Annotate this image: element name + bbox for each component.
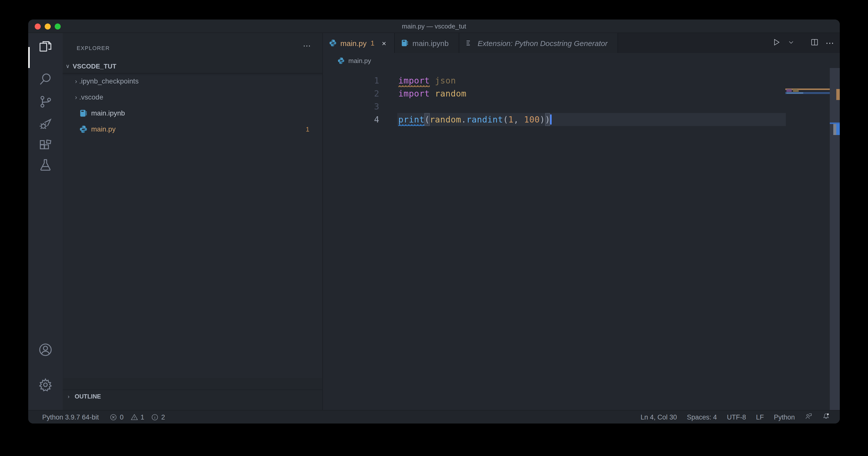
activity-item-run-debug[interactable] [28, 114, 63, 136]
list-icon [465, 39, 473, 47]
code-token: randint [466, 113, 503, 126]
python-interpreter-status[interactable]: Python 3.9.7 64-bit [42, 413, 99, 421]
code-token: import [398, 87, 430, 100]
title-bar[interactable]: main.py — vscode_tut [28, 20, 840, 33]
outline-section-header[interactable]: › OUTLINE [63, 390, 322, 402]
extensions-icon [38, 138, 53, 155]
code-token: json [435, 74, 456, 87]
code-content[interactable]: import jsonimport randomprint(random.ran… [397, 74, 786, 126]
split-editor-icon[interactable] [810, 38, 818, 48]
folder-section-label: VSCODE_TUT [73, 62, 116, 70]
run-button[interactable] [772, 38, 781, 48]
problems-status[interactable]: 0 1 2 [110, 413, 165, 421]
folder-section-header[interactable]: ∨ VSCODE_TUT [63, 60, 322, 72]
vscode-window: main.py — vscode_tut EXPLORER ⋯ ∨ VSCODE… [28, 20, 840, 424]
scrollbar-thumb[interactable] [833, 124, 836, 135]
code-token: 100 [524, 113, 540, 126]
breadcrumb-item: main.py [348, 57, 371, 64]
chevron-right-icon: › [63, 77, 79, 85]
active-view-indicator [28, 47, 29, 68]
overview-warning-mark [836, 89, 840, 100]
tree-item-label: .ipynb_checkpoints [79, 77, 138, 85]
minimap-code-dash [786, 89, 792, 90]
text-cursor [550, 114, 552, 124]
error-icon [110, 413, 117, 421]
activity-bar [28, 33, 63, 410]
modified-count-badge: 1 [306, 125, 309, 133]
activity-item-source-control[interactable] [28, 91, 63, 114]
close-icon[interactable]: × [379, 39, 389, 47]
chevron-right-icon: › [68, 393, 75, 399]
code-token: ) [545, 113, 550, 126]
error-count: 0 [120, 413, 124, 421]
minimap-code-dash [786, 92, 803, 93]
chevron-down-icon: ∨ [66, 63, 73, 69]
code-token: ( [503, 113, 508, 126]
warning-icon [131, 413, 138, 421]
scrollbar-overview-ruler[interactable] [830, 68, 840, 410]
code-token [430, 74, 435, 87]
code-token: , [514, 113, 519, 126]
status-utf-8[interactable]: UTF-8 [727, 413, 746, 421]
feedback-icon[interactable] [805, 412, 812, 422]
tree-item-main-py[interactable]: main.py1 [63, 121, 322, 137]
status-ln-4-col-30[interactable]: Ln 4, Col 30 [641, 413, 677, 421]
code-token: import [398, 74, 430, 87]
python-icon [337, 57, 345, 64]
code-line-2[interactable]: import random [397, 87, 786, 100]
beaker-icon [38, 157, 53, 174]
breadcrumb[interactable]: main.py [323, 53, 840, 68]
minimap-code-dash [793, 90, 799, 91]
activity-item-accounts[interactable] [28, 340, 63, 362]
tab-label: main.ipynb [412, 39, 449, 47]
activity-item-settings[interactable] [28, 374, 63, 397]
tab-bar: main.py1×main.ipynbExtension: Python Doc… [323, 33, 840, 53]
code-token [430, 87, 435, 100]
code-token: . [461, 113, 466, 126]
chevron-right-icon: › [63, 93, 79, 101]
explorer-sidebar: EXPLORER ⋯ ∨ VSCODE_TUT ›.ipynb_checkpoi… [63, 33, 323, 410]
search-icon [38, 72, 53, 88]
line-number-gutter: 1234 [323, 74, 379, 126]
status-bar: Python 3.9.7 64-bit 0 1 2 Ln 4, Col 30Sp… [28, 410, 840, 424]
minimap[interactable] [785, 68, 830, 410]
bell-icon[interactable] [822, 412, 830, 422]
tab-main-ipynb[interactable]: main.ipynb [395, 33, 459, 53]
run-dropdown chevron-down-icon[interactable] [787, 38, 794, 48]
code-editor[interactable]: 1234 import jsonimport randomprint(rando… [323, 68, 840, 410]
line-number: 3 [323, 100, 379, 113]
activity-item-explorer[interactable] [28, 36, 63, 58]
tree-item--vscode[interactable]: ›.vscode [63, 89, 322, 105]
code-line-4[interactable]: print(random.randint(1, 100)) [397, 113, 786, 126]
files-icon [38, 39, 53, 55]
minimap-code-dash [786, 90, 792, 91]
status-lf[interactable]: LF [756, 413, 764, 421]
code-token: ( [425, 113, 430, 126]
code-token [519, 113, 524, 126]
code-line-3[interactable] [397, 100, 786, 113]
tree-item-main-ipynb[interactable]: main.ipynb [63, 105, 322, 121]
tab-extension-python-docstring-generator[interactable]: Extension: Python Docstring Generator [459, 33, 618, 53]
tab-modified-badge: 1 [371, 39, 375, 47]
tree-item-label: .vscode [79, 93, 103, 101]
file-tree: ›.ipynb_checkpoints›.vscodemain.ipynbmai… [63, 73, 322, 378]
editor-group: main.py1×main.ipynbExtension: Python Doc… [323, 33, 840, 410]
warning-count: 1 [141, 413, 144, 421]
status-python[interactable]: Python [774, 413, 795, 421]
tree-item--ipynb-checkpoints[interactable]: ›.ipynb_checkpoints [63, 73, 322, 89]
gear-icon [38, 377, 53, 394]
code-token: print [398, 113, 425, 126]
tab-main-py[interactable]: main.py1× [323, 33, 395, 53]
more-actions-icon[interactable]: ⋯ [826, 38, 835, 48]
minimap-code-dash [793, 89, 797, 90]
activity-item-testing[interactable] [28, 154, 63, 176]
code-line-1[interactable]: import json [397, 74, 786, 87]
sidebar-title: EXPLORER [77, 45, 110, 51]
tab-label: main.py [340, 39, 367, 47]
activity-item-search[interactable] [28, 69, 63, 91]
activity-item-extensions[interactable] [28, 136, 63, 158]
sidebar-more-actions-icon[interactable]: ⋯ [303, 41, 311, 51]
status-spaces-4[interactable]: Spaces: 4 [687, 413, 717, 421]
code-token: random [435, 87, 466, 100]
editor-actions: ⋯ [772, 33, 835, 53]
